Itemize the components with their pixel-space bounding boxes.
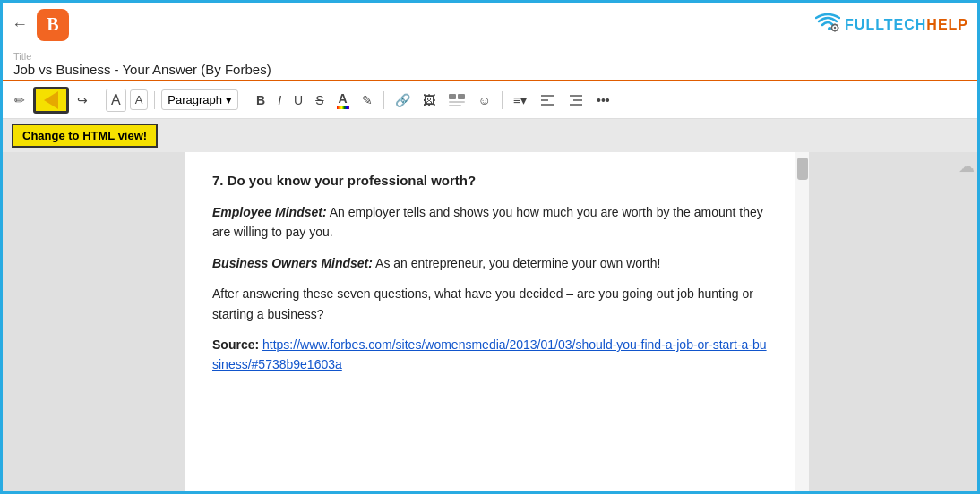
toolbar: ✏ ↪ A A Paragraph ▾ B I U S A ✎ 🔗 🖼 ☺ ≡▾… — [3, 81, 977, 119]
redo-button[interactable]: ↪ — [73, 90, 92, 110]
source-label: Source: — [212, 337, 259, 352]
html-btn-row: Change to HTML view! — [3, 119, 977, 152]
scroll-down-arrow[interactable]: ▼ — [797, 488, 808, 494]
blogger-logo: B — [37, 9, 69, 41]
svg-rect-11 — [458, 94, 465, 99]
svg-line-8 — [837, 24, 838, 25]
chevron-down-icon: ▾ — [226, 93, 232, 106]
top-left: ← B — [12, 9, 69, 41]
text-color-button[interactable]: A — [332, 89, 354, 112]
back-button[interactable]: ← — [12, 15, 28, 34]
content-heading: 7. Do you know your professional worth? — [212, 170, 768, 192]
para2: Business Owners Mindset: As an entrepren… — [212, 253, 768, 273]
align-button[interactable]: ≡▾ — [509, 90, 531, 110]
bold-button[interactable]: B — [252, 90, 270, 110]
svg-line-6 — [832, 24, 833, 25]
scrollbar-thumb[interactable] — [797, 158, 808, 180]
logo-help: HELP — [926, 17, 968, 33]
para2-text: As an entrepreneur, you determine your o… — [373, 256, 660, 270]
left-spacer — [3, 152, 185, 494]
para3: After answering these seven questions, w… — [212, 284, 768, 324]
edit-button[interactable]: ✏ — [10, 90, 30, 110]
font-button[interactable]: A — [106, 89, 126, 112]
link-button[interactable]: 🔗 — [391, 90, 415, 110]
sep3 — [245, 91, 245, 109]
source-link[interactable]: https://www.forbes.com/sites/womensmedia… — [212, 337, 767, 371]
svg-line-7 — [837, 30, 838, 30]
emoji-button[interactable]: ☺ — [474, 90, 495, 110]
paragraph-dropdown[interactable]: Paragraph ▾ — [161, 89, 238, 110]
svg-rect-12 — [449, 101, 465, 103]
strikethrough-button[interactable]: S — [311, 90, 328, 110]
html-view-button[interactable]: Change to HTML view! — [12, 124, 158, 148]
indent-button[interactable] — [535, 91, 560, 109]
svg-point-1 — [834, 26, 836, 28]
logo-fulltech: FULLTECH — [845, 17, 926, 33]
outdent-button[interactable] — [563, 91, 589, 109]
chevron-down-icon2: ▾ — [520, 93, 527, 107]
logo-text: FULLTECH HELP — [845, 17, 968, 33]
scrollbar[interactable]: ▼ — [795, 152, 809, 494]
svg-rect-10 — [449, 94, 456, 99]
font-size-button[interactable]: A — [130, 89, 149, 110]
underline-button[interactable]: U — [289, 90, 307, 110]
sep5 — [502, 91, 503, 109]
title-area: Title — [3, 47, 977, 81]
sep4 — [383, 91, 384, 109]
title-label: Title — [13, 51, 967, 62]
title-input[interactable] — [13, 62, 967, 77]
para2-label: Business Owners Mindset: — [212, 256, 373, 270]
main-area: 7. Do you know your professional worth? … — [3, 152, 977, 494]
right-spacer: ▼ ☁ — [795, 152, 977, 494]
top-bar: ← B FULLTECH H — [3, 3, 977, 47]
highlight-button[interactable]: ✎ — [357, 90, 377, 110]
sep1 — [99, 91, 99, 109]
editor-content[interactable]: 7. Do you know your professional worth? … — [185, 152, 795, 494]
para1-label: Employee Mindset: — [212, 205, 327, 219]
svg-line-9 — [832, 30, 833, 30]
wifi-icon — [815, 13, 840, 38]
para1: Employee Mindset: An employer tells and … — [212, 202, 768, 243]
image-button[interactable]: 🖼 — [418, 90, 440, 110]
sep2 — [154, 91, 155, 109]
more-options-button[interactable]: ••• — [592, 90, 615, 110]
insert-button[interactable] — [443, 90, 470, 110]
svg-rect-13 — [449, 105, 461, 106]
italic-button[interactable]: I — [273, 90, 286, 110]
undo-arrow-button[interactable] — [33, 87, 69, 114]
fulltechhelp-logo: FULLTECH HELP — [815, 13, 968, 38]
source-line: Source: https://www.forbes.com/sites/wom… — [212, 335, 768, 375]
cloud-icon: ☁ — [956, 157, 977, 176]
